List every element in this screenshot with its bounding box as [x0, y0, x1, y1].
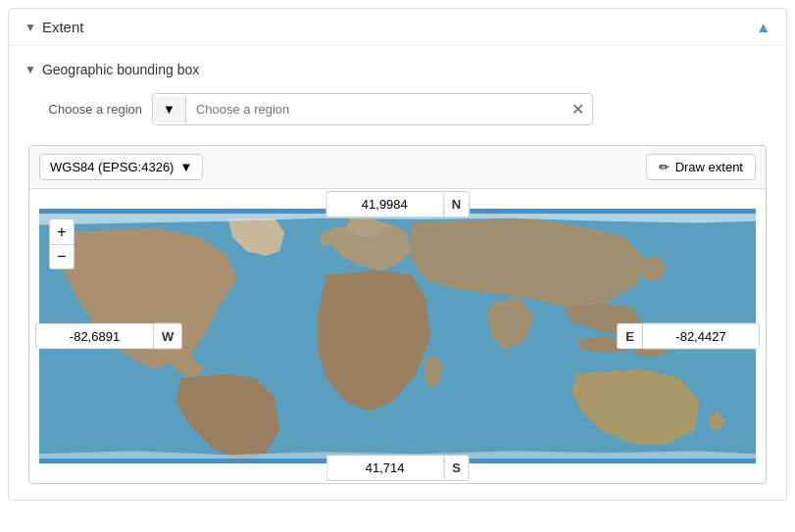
sub-panel-title: Geographic bounding box [42, 62, 199, 77]
west-coord-input[interactable] [35, 323, 153, 350]
west-coord-label: W [153, 323, 182, 350]
map-toolbar: WGS84 (EPSG:4326) ▼ ✏ Draw extent [29, 146, 766, 189]
region-dropdown-arrow: ▼ [163, 102, 175, 117]
south-coord-container: S [325, 455, 470, 481]
extent-panel: ▼ Extent ▲ ▼ Geographic bounding box Cho… [8, 8, 787, 501]
draw-extent-label: Draw extent [675, 160, 743, 174]
east-coord-container: E [617, 323, 760, 350]
extent-header-left: ▼ Extent [25, 19, 83, 35]
draw-extent-button[interactable]: ✏ Draw extent [646, 154, 756, 180]
region-selector-row: Choose a region ▼ ✕ [25, 93, 770, 125]
zoom-controls: + − [49, 218, 75, 269]
zoom-out-button[interactable]: − [49, 244, 75, 269]
map-wrapper: N [39, 209, 756, 463]
pencil-icon: ✏ [659, 160, 670, 174]
north-coord-input[interactable] [325, 191, 443, 218]
crs-dropdown-button[interactable]: WGS84 (EPSG:4326) ▼ [39, 154, 203, 180]
west-coord-container: W [35, 323, 182, 350]
crs-label: WGS84 (EPSG:4326) [50, 160, 174, 174]
extent-chevron-icon[interactable]: ▼ [25, 21, 36, 34]
east-coord-input[interactable] [642, 323, 760, 350]
region-clear-button[interactable]: ✕ [564, 94, 592, 124]
region-clear-icon: ✕ [571, 100, 584, 119]
extent-title: Extent [42, 19, 84, 35]
south-coord-label: S [443, 455, 470, 481]
region-dropdown-button[interactable]: ▼ [153, 96, 186, 122]
east-coord-label: E [617, 323, 642, 350]
extent-collapse-icon[interactable]: ▲ [756, 19, 770, 35]
crs-arrow-icon: ▼ [179, 160, 192, 174]
sub-panel-chevron-icon[interactable]: ▼ [25, 63, 36, 76]
sub-panel-header: ▼ Geographic bounding box [25, 62, 770, 77]
map-container: WGS84 (EPSG:4326) ▼ ✏ Draw extent N [28, 145, 767, 484]
north-coord-container: N [325, 191, 470, 218]
region-label: Choose a region [34, 102, 142, 117]
geographic-bounding-box-panel: ▼ Geographic bounding box Choose a regio… [9, 46, 786, 500]
zoom-in-button[interactable]: + [49, 218, 75, 244]
region-input[interactable] [186, 96, 564, 122]
south-coord-input[interactable] [325, 455, 443, 481]
north-coord-label: N [443, 191, 470, 218]
extent-panel-header: ▼ Extent ▲ [9, 9, 786, 46]
region-select-container: ▼ ✕ [152, 93, 593, 125]
